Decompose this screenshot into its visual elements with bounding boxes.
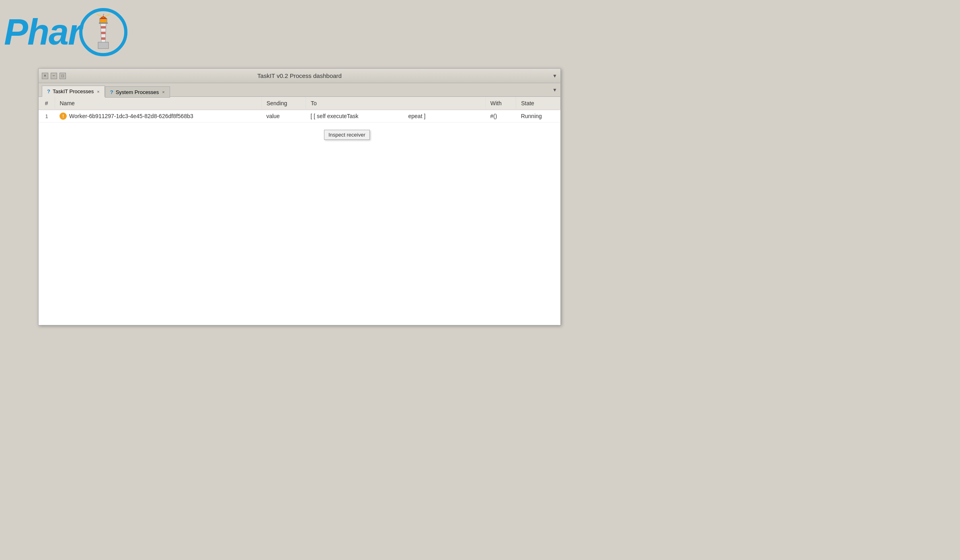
minimize-button[interactable]: − — [51, 73, 57, 79]
tab-taskit-label: TaskIT Processes — [53, 88, 94, 94]
cell-to-suffix: epeat ] — [408, 113, 426, 119]
tab-bar: ? TaskIT Processes × ? System Processes … — [39, 83, 560, 97]
content-area: # Name Sending To With State 1 ! — [39, 97, 560, 325]
row-warning-icon: ! — [59, 112, 67, 120]
tab-taskit-processes[interactable]: ? TaskIT Processes × — [42, 86, 105, 97]
svg-line-8 — [103, 14, 110, 17]
tab-system-label: System Processes — [116, 89, 159, 95]
main-window: × − □ TaskIT v0.2 Process dashboard ▼ ? … — [38, 68, 561, 325]
col-header-sending: Sending — [261, 97, 306, 110]
svg-rect-9 — [99, 22, 108, 24]
svg-rect-5 — [100, 19, 107, 23]
window-title: TaskIT v0.2 Process dashboard — [257, 72, 342, 79]
cell-name-value: Worker-6b911297-1dc3-4e45-82d8-626df8f56… — [69, 113, 193, 119]
table-container[interactable]: # Name Sending To With State 1 ! — [39, 97, 560, 325]
col-header-name: Name — [55, 97, 261, 110]
table-header-row: # Name Sending To With State — [39, 97, 560, 110]
lighthouse-icon — [89, 14, 117, 50]
cell-num: 1 — [39, 110, 55, 123]
cell-to-prefix: [ [ self executeTask — [311, 113, 359, 119]
tab-system-question-icon: ? — [110, 89, 113, 95]
cell-with: #() — [485, 110, 516, 123]
col-header-with: With — [485, 97, 516, 110]
svg-rect-2 — [101, 26, 106, 29]
col-header-state: State — [516, 97, 560, 110]
tab-system-processes[interactable]: ? System Processes × — [105, 86, 170, 98]
cell-state: Running — [516, 110, 560, 123]
close-button[interactable]: × — [42, 73, 48, 79]
title-bar: × − □ TaskIT v0.2 Process dashboard ▼ — [39, 69, 560, 83]
inspect-receiver-label: Inspect receiver — [328, 132, 365, 138]
svg-line-7 — [96, 14, 103, 17]
tab-taskit-question-icon: ? — [47, 88, 50, 94]
title-bar-arrow[interactable]: ▼ — [552, 73, 557, 79]
cell-name: ! Worker-6b911297-1dc3-4e45-82d8-626df8f… — [55, 110, 261, 123]
table-row[interactable]: 1 ! Worker-6b911297-1dc3-4e45-82d8-626df… — [39, 110, 560, 123]
pharo-logo-circle — [77, 6, 129, 58]
tab-bar-arrow[interactable]: ▼ — [552, 87, 557, 93]
pharo-logo: Phar — [4, 4, 173, 60]
process-table: # Name Sending To With State 1 ! — [39, 97, 560, 123]
cell-sending: value — [261, 110, 306, 123]
pharo-logo-text: Phar — [4, 12, 81, 53]
svg-rect-3 — [101, 32, 106, 34]
maximize-button[interactable]: □ — [59, 73, 66, 79]
inspect-receiver-tooltip[interactable]: Inspect receiver — [324, 130, 370, 140]
tab-system-close-icon[interactable]: × — [162, 90, 164, 94]
tab-taskit-close-icon[interactable]: × — [97, 89, 99, 94]
window-controls: × − □ — [42, 73, 66, 79]
col-header-num: # — [39, 97, 55, 110]
svg-rect-0 — [98, 42, 109, 49]
svg-rect-4 — [101, 37, 105, 40]
cell-to: [ [ self executeTask epeat ] — [306, 110, 486, 123]
svg-marker-11 — [103, 14, 107, 14]
col-header-to: To — [306, 97, 486, 110]
